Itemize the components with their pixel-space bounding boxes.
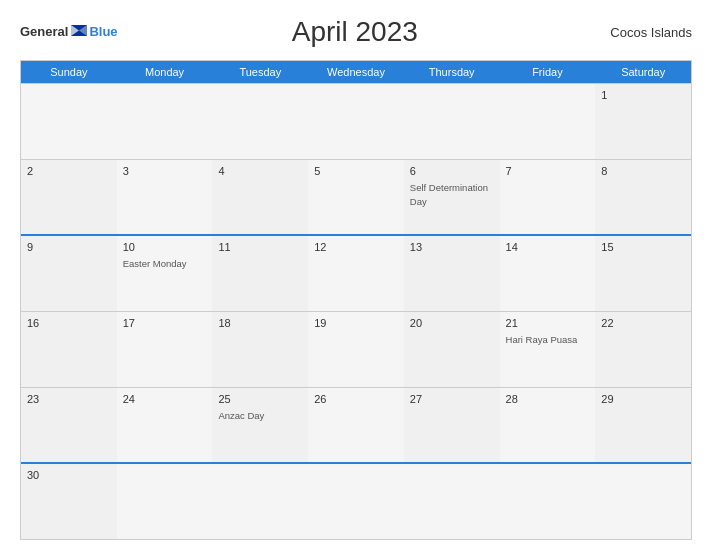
- day-cell: [212, 464, 308, 539]
- week-row-6: 30: [21, 462, 691, 539]
- day-number: 17: [123, 317, 207, 329]
- day-cell-29: 29: [595, 388, 691, 463]
- day-cell-23: 23: [21, 388, 117, 463]
- day-number: 13: [410, 241, 494, 253]
- day-cell: [212, 84, 308, 159]
- day-cell-24: 24: [117, 388, 213, 463]
- week-row-1: 1: [21, 83, 691, 159]
- header: General Blue April 2023 Cocos Islands: [20, 16, 692, 48]
- day-header-tuesday: Tuesday: [212, 61, 308, 83]
- week-row-2: 2 3 4 5 6 Self DeterminationDay 7: [21, 159, 691, 235]
- event-label: Self DeterminationDay: [410, 182, 488, 207]
- day-header-monday: Monday: [117, 61, 213, 83]
- logo-blue-text: Blue: [89, 25, 117, 39]
- day-header-sunday: Sunday: [21, 61, 117, 83]
- day-cell-21: 21 Hari Raya Puasa: [500, 312, 596, 387]
- day-number: 21: [506, 317, 590, 329]
- day-number: 1: [601, 89, 685, 101]
- week-row-5: 23 24 25 Anzac Day 26 27 28: [21, 387, 691, 463]
- day-cell-12: 12: [308, 236, 404, 311]
- day-number: 28: [506, 393, 590, 405]
- day-cell: [117, 84, 213, 159]
- day-number: 20: [410, 317, 494, 329]
- day-cell: [308, 464, 404, 539]
- day-number: 10: [123, 241, 207, 253]
- day-number: 24: [123, 393, 207, 405]
- day-number: 15: [601, 241, 685, 253]
- event-label: Hari Raya Puasa: [506, 334, 578, 345]
- day-cell-11: 11: [212, 236, 308, 311]
- day-header-thursday: Thursday: [404, 61, 500, 83]
- day-number: 12: [314, 241, 398, 253]
- day-cell-2: 2: [21, 160, 117, 235]
- day-number: 29: [601, 393, 685, 405]
- logo: General Blue: [20, 25, 118, 39]
- day-cell-26: 26: [308, 388, 404, 463]
- day-cell: [595, 464, 691, 539]
- day-cell: [404, 84, 500, 159]
- day-number: 3: [123, 165, 207, 177]
- day-cell: [117, 464, 213, 539]
- day-number: 8: [601, 165, 685, 177]
- day-cell-10: 10 Easter Monday: [117, 236, 213, 311]
- day-cell-17: 17: [117, 312, 213, 387]
- day-number: 25: [218, 393, 302, 405]
- day-header-saturday: Saturday: [595, 61, 691, 83]
- day-cell-20: 20: [404, 312, 500, 387]
- day-number: 23: [27, 393, 111, 405]
- day-cell-8: 8: [595, 160, 691, 235]
- day-cell: [500, 464, 596, 539]
- day-number: 7: [506, 165, 590, 177]
- day-cell-22: 22: [595, 312, 691, 387]
- day-number: 11: [218, 241, 302, 253]
- day-cell: [500, 84, 596, 159]
- day-number: 27: [410, 393, 494, 405]
- calendar-page: General Blue April 2023 Cocos Islands Su…: [0, 0, 712, 550]
- day-cell-3: 3: [117, 160, 213, 235]
- day-cell: [308, 84, 404, 159]
- day-number: 2: [27, 165, 111, 177]
- day-number: 18: [218, 317, 302, 329]
- week-row-4: 16 17 18 19 20 21 Hari Raya Puasa: [21, 311, 691, 387]
- weeks-container: 1 2 3 4 5 6 Self Determinati: [21, 83, 691, 539]
- calendar-title: April 2023: [118, 16, 592, 48]
- week-row-3: 9 10 Easter Monday 11 12 13 14: [21, 234, 691, 311]
- day-number: 4: [218, 165, 302, 177]
- day-number: 26: [314, 393, 398, 405]
- day-cell-14: 14: [500, 236, 596, 311]
- day-cell-6: 6 Self DeterminationDay: [404, 160, 500, 235]
- day-number: 9: [27, 241, 111, 253]
- logo-general-text: General: [20, 25, 68, 39]
- day-header-friday: Friday: [500, 61, 596, 83]
- day-cell-19: 19: [308, 312, 404, 387]
- day-cell-15: 15: [595, 236, 691, 311]
- day-number: 22: [601, 317, 685, 329]
- calendar-grid: Sunday Monday Tuesday Wednesday Thursday…: [20, 60, 692, 540]
- day-headers-row: Sunday Monday Tuesday Wednesday Thursday…: [21, 61, 691, 83]
- day-cell-28: 28: [500, 388, 596, 463]
- day-number: 16: [27, 317, 111, 329]
- day-header-wednesday: Wednesday: [308, 61, 404, 83]
- day-cell-4: 4: [212, 160, 308, 235]
- day-cell-13: 13: [404, 236, 500, 311]
- day-number: 6: [410, 165, 494, 177]
- day-number: 5: [314, 165, 398, 177]
- day-cell-7: 7: [500, 160, 596, 235]
- event-label: Easter Monday: [123, 258, 187, 269]
- day-cell-1: 1: [595, 84, 691, 159]
- day-cell-5: 5: [308, 160, 404, 235]
- event-label: Anzac Day: [218, 410, 264, 421]
- day-cell-16: 16: [21, 312, 117, 387]
- day-cell-18: 18: [212, 312, 308, 387]
- day-cell-27: 27: [404, 388, 500, 463]
- day-cell: [21, 84, 117, 159]
- day-number: 19: [314, 317, 398, 329]
- day-cell-30: 30: [21, 464, 117, 539]
- day-cell-9: 9: [21, 236, 117, 311]
- day-cell: [404, 464, 500, 539]
- day-cell-25: 25 Anzac Day: [212, 388, 308, 463]
- day-number: 14: [506, 241, 590, 253]
- logo-flag-icon: [71, 25, 87, 36]
- location-label: Cocos Islands: [592, 25, 692, 40]
- day-number: 30: [27, 469, 111, 481]
